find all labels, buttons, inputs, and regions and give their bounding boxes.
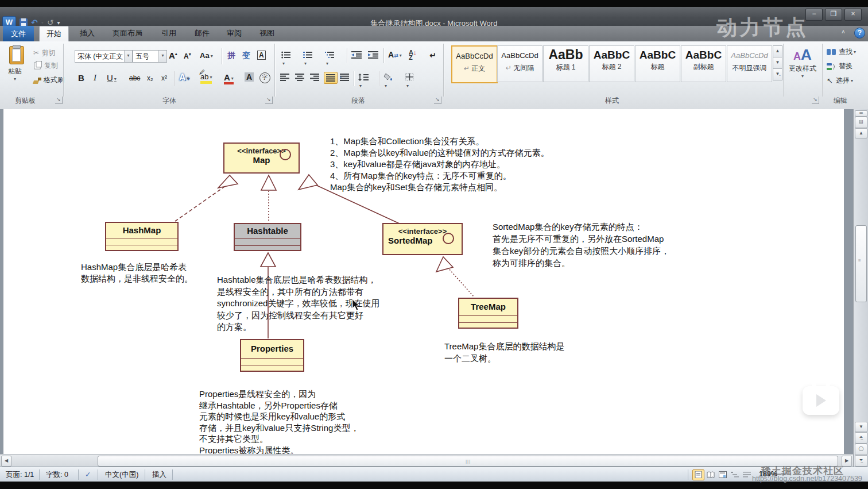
scroll-down-icon[interactable]: ▼ — [855, 422, 867, 432]
web-layout-view-button[interactable] — [716, 469, 728, 480]
restore-button[interactable]: ❐ — [825, 9, 842, 21]
align-right-button[interactable] — [310, 74, 319, 81]
font-size-dropdown-icon[interactable]: ▾ — [158, 51, 166, 62]
tab-mailings[interactable]: 邮件 — [188, 26, 216, 41]
copy-button[interactable]: 复制 — [33, 61, 58, 71]
close-button[interactable]: × — [844, 9, 862, 21]
format-painter-button[interactable]: 格式刷 — [33, 75, 64, 85]
font-dialog-launcher[interactable]: ↘ — [265, 97, 273, 104]
note-sortedmap[interactable]: SortedMap集合的key存储元素的特点： 首先是无序不可重复的，另外放在S… — [493, 221, 669, 269]
phonetic-guide-button[interactable]: 拼 — [227, 51, 235, 61]
numbering-button[interactable] — [303, 51, 313, 67]
help-icon[interactable]: ? — [854, 28, 865, 38]
uml-box-treemap[interactable]: TreeMap — [458, 298, 518, 329]
tab-references[interactable]: 引用 — [155, 26, 183, 41]
draft-view-button[interactable] — [741, 469, 753, 480]
horizontal-scroll-thumb[interactable]: ||| — [98, 456, 838, 467]
uml-box-properties[interactable]: Properties — [240, 339, 304, 372]
uml-box-sortedmap[interactable]: <<interface>> SortedMap — [382, 223, 463, 255]
increase-indent-button[interactable] — [368, 51, 378, 59]
multilevel-list-button[interactable] — [325, 51, 335, 67]
enclose-characters-button[interactable]: 字 — [259, 72, 270, 83]
line-spacing-button[interactable] — [358, 74, 369, 90]
change-styles-button[interactable]: AA 更改样式 ▾ — [785, 46, 820, 79]
language-indicator[interactable]: 中文(中国) — [105, 470, 138, 480]
borders-button[interactable] — [405, 73, 414, 90]
font-name-dropdown-icon[interactable]: ▾ — [124, 51, 132, 62]
tab-view[interactable]: 视图 — [253, 26, 281, 41]
bold-button[interactable]: B — [78, 73, 84, 83]
scroll-up-icon[interactable]: ▲ — [855, 128, 867, 138]
vertical-scrollbar[interactable]: ═ ▤ ▲ ≡ ▼ ⏶̲ ◯ ⏷̲ — [853, 109, 868, 467]
style-card-no-spacing[interactable]: AaBbCcDd ↵ 无间隔 — [497, 45, 542, 82]
paragraph-dialog-launcher[interactable]: ↘ — [434, 97, 441, 104]
next-page-icon[interactable]: ⏷̲ — [855, 455, 867, 467]
font-color-button[interactable]: A — [224, 72, 234, 84]
styles-scroll-down-icon[interactable]: ▼ — [773, 57, 782, 69]
insert-mode-indicator[interactable]: 插入 — [152, 470, 166, 480]
uml-box-hashmap[interactable]: HashMap — [105, 222, 179, 251]
underline-button[interactable]: U — [107, 73, 117, 83]
styles-scroll-up-icon[interactable]: ▲ — [773, 45, 782, 57]
superscript-button[interactable]: x² — [161, 74, 167, 82]
decrease-indent-button[interactable] — [351, 51, 362, 59]
vertical-scroll-thumb[interactable]: ≡ — [855, 225, 867, 302]
font-name-combo[interactable]: 宋体 (中文正文▾ — [75, 50, 133, 63]
replace-button[interactable]: 替换 — [827, 61, 852, 71]
highlight-button[interactable]: ab🖉 — [200, 72, 212, 84]
justify-button[interactable] — [324, 72, 338, 84]
tab-home[interactable]: 开始 — [39, 26, 69, 42]
ribbon-collapse-icon[interactable]: ˄ — [842, 29, 845, 35]
asian-layout-button[interactable]: A⇄ — [388, 50, 402, 59]
note-hashmap[interactable]: HashMap集合底层是哈希表 数据结构，是非线程安全的。 — [81, 261, 193, 284]
bullets-button[interactable] — [281, 51, 291, 67]
page-indicator[interactable]: 页面: 1/1 — [6, 470, 34, 480]
split-handle[interactable]: ═ — [855, 110, 867, 117]
ruler-toggle-icon[interactable]: ▤ — [855, 117, 867, 128]
browse-object-icon[interactable]: ◯ — [855, 444, 867, 455]
character-border-button[interactable]: A — [257, 51, 266, 60]
shading-button[interactable] — [383, 73, 394, 90]
print-layout-view-button[interactable] — [692, 469, 704, 480]
italic-button[interactable]: I — [94, 73, 96, 83]
style-card-heading2[interactable]: AaBbC 标题 2 — [589, 45, 634, 82]
note-map-points[interactable]: 1、Map集合和Collection集合没有关系。 2、Map集合以key和va… — [330, 136, 549, 193]
tab-insert[interactable]: 插入 — [73, 26, 101, 41]
subscript-button[interactable]: x₂ — [147, 74, 153, 82]
note-treemap[interactable]: TreeMap集合底层的数据结构是 一个二叉树。 — [444, 340, 564, 364]
spellcheck-icon[interactable]: ✓ — [85, 470, 91, 479]
shrink-font-button[interactable]: A▾ — [184, 52, 191, 60]
style-card-subtitle[interactable]: AaBbC 副标题 — [681, 45, 726, 82]
strikethrough-button[interactable]: abc — [129, 74, 140, 82]
uml-box-hashtable[interactable]: Hashtable — [234, 223, 301, 251]
character-shading-button[interactable]: A — [245, 72, 254, 82]
paste-button[interactable]: 粘贴 ▾ — [6, 46, 24, 82]
sort-button[interactable]: A↓Z — [409, 50, 416, 60]
grow-font-button[interactable]: A▴ — [169, 51, 177, 60]
horizontal-scrollbar[interactable]: ◀ ||| ▶ — [0, 454, 853, 467]
note-properties[interactable]: Properties是线程安全的，因为 继承Hashtable，另外Proper… — [199, 388, 359, 456]
text-effects-button[interactable]: A — [179, 72, 189, 83]
style-card-heading1[interactable]: AaBb 标题 1 — [543, 45, 588, 82]
tab-file[interactable]: 文件 — [3, 26, 34, 41]
style-card-title[interactable]: AaBbC 标题 — [635, 45, 680, 82]
styles-dialog-launcher[interactable]: ↘ — [812, 97, 819, 104]
previous-page-icon[interactable]: ⏶̲ — [855, 432, 867, 444]
fullscreen-reading-view-button[interactable] — [704, 469, 716, 480]
align-center-button[interactable] — [295, 74, 304, 81]
clipboard-dialog-launcher[interactable]: ↘ — [55, 97, 63, 104]
outline-view-button[interactable] — [728, 469, 741, 480]
select-button[interactable]: ↖ 选择 — [827, 76, 853, 86]
styles-more-icon[interactable]: ▼̱ — [773, 68, 782, 80]
cut-button[interactable]: ✂ 剪切 — [33, 47, 56, 58]
tab-page-layout[interactable]: 页面布局 — [107, 26, 148, 41]
uml-box-map[interactable]: <<interface>> Map — [223, 143, 300, 174]
scroll-left-icon[interactable]: ◀ — [1, 456, 11, 467]
align-left-button[interactable] — [280, 74, 289, 81]
font-size-combo[interactable]: 五号▾ — [133, 50, 167, 63]
style-card-subtle-emphasis[interactable]: AaBbCcDd 不明显强调 — [727, 45, 772, 82]
change-case-button[interactable]: Aa — [200, 51, 213, 60]
characters-button[interactable]: 变 — [242, 51, 250, 61]
distribute-button[interactable] — [340, 74, 349, 81]
tab-review[interactable]: 审阅 — [220, 26, 248, 41]
